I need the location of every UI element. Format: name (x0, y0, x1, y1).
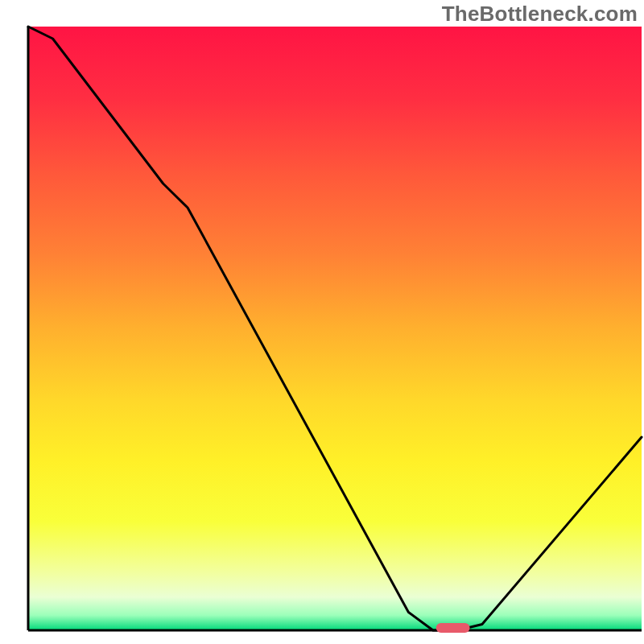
chart-stage: TheBottleneck.com (0, 0, 644, 644)
bottleneck-chart (0, 0, 644, 644)
plot-background (28, 27, 642, 630)
optimum-marker (436, 623, 470, 633)
